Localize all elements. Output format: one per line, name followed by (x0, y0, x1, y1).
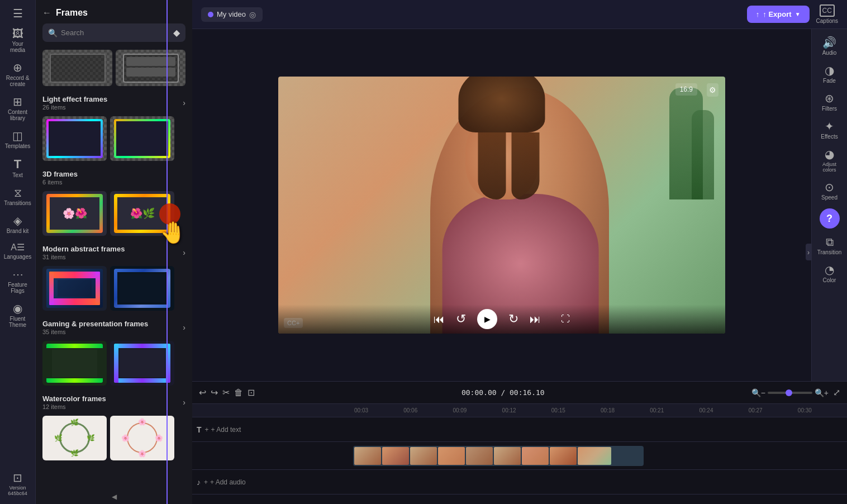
cut-button[interactable]: ✂ (222, 387, 230, 398)
project-dot (208, 12, 213, 17)
frames-list: Light effect frames 26 items › 3D frames… (36, 47, 192, 489)
person-hair (459, 77, 545, 132)
sidebar-label-text: Text (12, 172, 22, 178)
sidebar-item-content-library[interactable]: ⊞ Contentlibrary (2, 93, 34, 125)
clip-frame-8 (550, 447, 577, 465)
clip-frame-2 (382, 447, 409, 465)
frame-thumb-gf-2[interactable] (110, 341, 174, 386)
section-header-gaming[interactable]: Gaming & presentation frames 35 items › (40, 316, 188, 339)
sidebar-item-brand-kit[interactable]: ◈ Brand kit (2, 212, 34, 237)
clip-frame-3 (410, 447, 437, 465)
add-text-button[interactable]: + + Add text (205, 426, 241, 434)
frame-thumb-maf-2[interactable] (110, 266, 174, 311)
skip-forward-button[interactable]: ⏭ (530, 313, 541, 326)
play-button[interactable]: ▶ (477, 309, 497, 329)
chevron-watercolor[interactable]: › (183, 398, 185, 407)
frame-thumb-3d-1[interactable]: 🌸🌺 (42, 191, 107, 236)
sidebar-item-filters[interactable]: ⊛ Filters (813, 89, 846, 115)
section-title-gaming: Gaming & presentation frames (42, 320, 148, 328)
frame-thumb-gf-1[interactable] (42, 341, 107, 386)
section-count-light-effect: 26 items (42, 104, 107, 111)
frame-thumb-wc-2[interactable]: 🌸 🌸 🌸 🌸 (110, 416, 174, 460)
section-count-gaming: 35 items (42, 329, 148, 335)
sidebar-item-speed[interactable]: ⊙ Speed (813, 178, 846, 204)
zoom-in-button[interactable]: 🔍+ (815, 388, 829, 397)
chevron-modern-abstract[interactable]: › (183, 248, 185, 257)
sidebar-label-languages: Languages (4, 254, 32, 260)
sidebar-item-fade[interactable]: ◑ Fade (813, 61, 846, 87)
transition-icon: ⧉ (826, 236, 834, 248)
frame-thumb-wc-1[interactable]: 🌿 🌿 🌿 🌿 (42, 416, 107, 460)
sidebar-label-transitions: Transitions (4, 200, 31, 206)
rewind-button[interactable]: ↺ (456, 312, 466, 326)
search-input[interactable] (61, 28, 170, 37)
frame-thumb-3d-2[interactable]: 🌺🌿 (110, 191, 174, 236)
skip-back-button[interactable]: ⏮ (434, 313, 445, 326)
sidebar-item-templates[interactable]: ◫ Templates (2, 127, 34, 153)
add-audio-button[interactable]: + + Add audio (204, 478, 246, 486)
sidebar-item-effects[interactable]: ✦ Effects (813, 117, 846, 143)
effects-icon: ✦ (825, 121, 834, 132)
sidebar-item-transitions[interactable]: ⧖ Transitions (2, 184, 34, 210)
content-library-icon: ⊞ (13, 96, 22, 107)
menu-button[interactable]: ☰ (2, 4, 34, 22)
right-panel-collapse-button[interactable]: › (806, 244, 811, 260)
clip-frame-7 (522, 447, 549, 465)
audio-label: Audio (822, 50, 837, 56)
project-icon: ◎ (249, 10, 256, 19)
export-button[interactable]: ↑ ↑ Export ▼ (747, 6, 810, 23)
zoom-slider[interactable] (768, 392, 812, 394)
forward-button[interactable]: ↻ (508, 312, 518, 326)
section-header-modern-abstract[interactable]: Modern abstract frames 31 items › (40, 241, 188, 264)
chevron-light-effect[interactable]: › (183, 98, 185, 107)
top-bar: My video ◎ ↑ ↑ Export ▼ CC Captions (192, 0, 847, 29)
chevron-gaming[interactable]: › (183, 323, 185, 332)
ruler-tick-8: 00:27 (749, 407, 798, 413)
zoom-out-button[interactable]: 🔍− (751, 388, 765, 397)
video-clip-strip[interactable] (353, 446, 644, 466)
top-preview-2[interactable] (116, 50, 185, 86)
frame-thumb-maf-1[interactable] (42, 266, 107, 311)
video-settings-button[interactable]: ⚙ (707, 83, 718, 97)
sidebar-item-feature-flags[interactable]: ⋯ FeatureFlags (2, 265, 34, 297)
version-icon: ⊡ (13, 472, 22, 483)
timeline-expand-button[interactable]: ⤢ (833, 387, 840, 398)
undo-button[interactable]: ↩ (199, 387, 206, 398)
sidebar-item-color[interactable]: ◔ Color (813, 261, 846, 287)
timeline-time-display: 00:00.00 / 00:16.10 (259, 388, 747, 397)
left-sidebar: ☰ 🖼 Your media ⊕ Record &create ⊞ Conten… (0, 0, 36, 504)
sidebar-item-fluent-theme[interactable]: ◉ FluentTheme (2, 299, 34, 331)
captions-icon: CC (820, 4, 835, 17)
panel-collapse-button[interactable]: ◀ (110, 492, 119, 502)
sidebar-item-text[interactable]: T Text (2, 155, 34, 182)
sidebar-item-record-create[interactable]: ⊕ Record &create (2, 59, 34, 91)
redo-button[interactable]: ↪ (211, 387, 218, 398)
fullscreen-button[interactable]: ⛶ (561, 314, 570, 324)
sidebar-item-audio[interactable]: 🔊 Audio (813, 34, 846, 59)
section-count-watercolor: 12 items (42, 403, 106, 410)
aspect-ratio-badge[interactable]: 16:9 (675, 83, 697, 96)
clip-frame-6 (494, 447, 521, 465)
sidebar-label-templates: Templates (5, 143, 31, 149)
frame-thumb-lef-1[interactable] (42, 116, 107, 161)
video-background (278, 77, 725, 334)
diamond-filter-button[interactable]: ◆ (173, 27, 180, 38)
sidebar-item-your-media[interactable]: 🖼 Your media (2, 25, 34, 56)
section-header-watercolor[interactable]: Watercolor frames 12 items › (40, 391, 188, 413)
project-tab[interactable]: My video ◎ (201, 7, 263, 22)
color-icon: ◔ (825, 264, 834, 275)
top-preview-1[interactable] (42, 50, 112, 86)
frame-thumb-lef-2[interactable] (110, 116, 174, 161)
copy-button[interactable]: ⊡ (248, 387, 255, 398)
section-header-light-effect[interactable]: Light effect frames 26 items › (40, 92, 188, 114)
sidebar-item-languages[interactable]: A☰ Languages (2, 240, 34, 263)
section-header-3d[interactable]: 3D frames 6 items (40, 167, 188, 189)
sidebar-item-adjust-colors[interactable]: ◕ Adjustcolors (813, 145, 846, 176)
help-button[interactable]: ? (820, 208, 840, 229)
delete-button[interactable]: 🗑 (234, 388, 243, 398)
back-button[interactable]: ← (42, 8, 51, 18)
section-title-3d: 3D frames (42, 170, 78, 178)
sidebar-item-transition[interactable]: ⧉ Transition (813, 233, 846, 259)
sidebar-label-fluent-theme: FluentTheme (9, 316, 26, 328)
captions-area[interactable]: CC Captions (816, 4, 838, 24)
